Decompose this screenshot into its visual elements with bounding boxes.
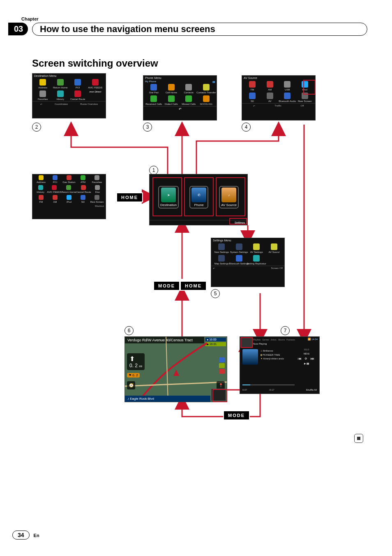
label: Address	[37, 181, 46, 183]
progress-bar[interactable]	[242, 385, 250, 385]
tab[interactable]: Genres	[262, 338, 269, 341]
page-number: 34	[12, 531, 30, 540]
label: Missed Calls	[182, 103, 196, 105]
svg-marker-0	[173, 370, 179, 376]
usb-icon	[284, 81, 291, 88]
menu-button[interactable]: MENU	[296, 352, 317, 355]
label: SD	[251, 100, 254, 102]
phone-highlight	[184, 177, 214, 216]
label: AM	[268, 88, 272, 91]
label: Navi Settings	[214, 251, 229, 253]
home-button[interactable]: HOME	[116, 192, 143, 202]
tab[interactable]: Playlists	[253, 338, 261, 341]
avsource-highlight	[216, 177, 245, 216]
label: Gas Station	[62, 181, 75, 183]
fm-icon	[39, 195, 44, 200]
phone-menu-screen: Phone Menu My Phone ▮▮ Dial Pad Call Hom…	[143, 75, 217, 120]
label: Address	[38, 86, 47, 89]
cancel-icon	[81, 185, 86, 190]
label: Setting Replicator	[247, 262, 266, 265]
callout-4: 4	[242, 123, 251, 132]
stop-control[interactable]: ▶ ▮▮	[296, 362, 317, 365]
label: SD	[81, 201, 85, 203]
street-bar: ♪ Eagle Rock Blvd	[125, 396, 210, 402]
label: Rest Screen	[90, 201, 104, 203]
label: AVIC FEEDS	[88, 86, 102, 89]
label: Dial Pad	[149, 91, 159, 94]
label: FM	[39, 201, 43, 203]
map-screen: Verdugo Rd/W Avenue 40/Census Tract ● 16…	[125, 336, 227, 402]
dist2: ⚑ 0. 2	[127, 373, 140, 378]
label: Map Settings	[214, 262, 229, 265]
address-icon	[39, 175, 44, 180]
dial-pad-icon	[150, 84, 157, 90]
label: POI	[53, 181, 57, 183]
av-thumb-highlight	[212, 389, 227, 402]
replicator-icon	[253, 255, 260, 262]
mode-button[interactable]: MODE	[153, 281, 180, 291]
label: Route Overview	[80, 103, 98, 106]
feeds-icon	[52, 185, 57, 190]
cancel-route-icon	[74, 90, 81, 97]
nav-thumb-highlight	[240, 337, 253, 348]
album: PIONEER TIME	[263, 354, 280, 356]
tab[interactable]: Podcasts	[286, 338, 295, 341]
back-icon: ↶	[253, 104, 255, 107]
compass-icon: 🧭	[127, 381, 135, 389]
label: AV Sound	[268, 251, 279, 253]
artist: Brilliance	[263, 350, 273, 352]
label: Cancel Route	[70, 98, 85, 100]
zoom-in-icon[interactable]	[219, 357, 225, 362]
contacts-icon	[185, 84, 192, 90]
label: AV Settings	[250, 251, 263, 253]
tab[interactable]: Albums	[278, 338, 285, 341]
label: Disc	[95, 191, 100, 193]
mode-button-2[interactable]: MODE	[223, 410, 250, 420]
label: AVIC FEEDS	[47, 191, 61, 193]
track-no: 001/3	[296, 348, 317, 351]
fm-icon	[249, 81, 256, 88]
label: Traffic	[274, 104, 281, 107]
label: ATM	[81, 181, 85, 183]
ipod-icon	[67, 195, 71, 200]
phone-menu-header: Phone Menu	[143, 76, 217, 80]
label: GOOG-411	[200, 103, 212, 105]
back-icon: ↶	[40, 103, 42, 106]
disc-icon	[95, 185, 100, 190]
label: Bluetooth Audio	[279, 100, 296, 102]
poi-icon	[53, 175, 58, 180]
callout-6: 6	[125, 326, 134, 335]
av-sound-icon	[271, 243, 277, 250]
label: Coordinates	[55, 103, 68, 106]
label: Contacts Transfer	[196, 91, 216, 94]
map-settings-icon	[218, 255, 225, 262]
screen-flow-diagram: Destination Menu Address Return Home POI…	[32, 73, 361, 435]
contacts-transfer-icon	[203, 84, 210, 90]
page-footer: 34 En	[12, 531, 39, 540]
map-opt-icon[interactable]	[219, 369, 225, 374]
label: History	[56, 98, 64, 100]
am-icon	[53, 195, 58, 200]
page-title: How to use the navigation menu screens	[32, 23, 367, 36]
label: USB	[285, 88, 290, 91]
destination-menu-header: Destination Menu	[32, 74, 106, 78]
system-settings-icon	[236, 243, 242, 250]
callout-7: 7	[281, 326, 290, 335]
label: Favorites	[92, 181, 102, 183]
label: Return Home	[62, 191, 76, 193]
tab[interactable]: Artists	[271, 338, 277, 341]
sd-icon	[81, 195, 85, 200]
shuffle-button[interactable]: Shuffle All	[306, 389, 317, 391]
home-button-2[interactable]: HOME	[180, 281, 207, 291]
transport-controls[interactable]: ⏮ ⭘ ⏭	[296, 357, 317, 361]
rest-icon	[95, 195, 99, 200]
av-icon	[267, 93, 273, 99]
zoom-out-icon[interactable]	[219, 363, 225, 368]
page-language: En	[34, 533, 39, 538]
destination-highlight	[152, 177, 182, 216]
label: Return Home	[53, 86, 68, 89]
chapter-label: Chapter	[21, 16, 39, 21]
label: Contacts	[184, 91, 194, 94]
back-icon: ↶	[213, 267, 215, 270]
label: Cancel Route	[76, 191, 91, 193]
